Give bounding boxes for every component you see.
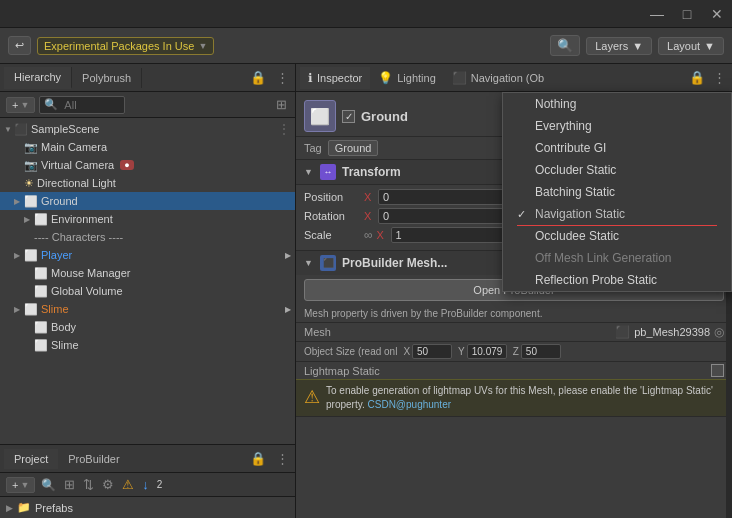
add-project-button[interactable]: + ▼	[6, 477, 35, 493]
size-x-input[interactable]	[412, 344, 452, 359]
list-item[interactable]: ▶ ⬜ Environment	[0, 210, 295, 228]
more-icon[interactable]: ⋮	[274, 68, 291, 87]
list-item[interactable]: ☀ Directional Light	[0, 174, 295, 192]
object-active-checkbox[interactable]: ✓	[342, 110, 355, 123]
slime-sub-label: Slime	[51, 339, 79, 351]
history-button[interactable]: ↩	[8, 36, 31, 55]
project-icon-4[interactable]: ⚠	[120, 475, 136, 494]
plus-icon: +	[12, 99, 18, 111]
tab-navigation[interactable]: ⬛ Navigation (Ob	[444, 67, 552, 89]
layers-button[interactable]: Layers ▼	[586, 37, 652, 55]
global-volume-icon: ⬜	[34, 285, 48, 298]
list-item[interactable]: ---- Characters ----	[0, 228, 295, 246]
dropdown-item-occluder-static[interactable]: Occluder Static	[503, 159, 731, 181]
list-item[interactable]: ▶ ⬜ Slime ▶	[0, 300, 295, 318]
dropdown-item-reflection-probe[interactable]: Reflection Probe Static	[503, 269, 731, 291]
lock-icon[interactable]: 🔒	[248, 68, 268, 87]
navigation-tab-label: Navigation (Ob	[471, 72, 544, 84]
mesh-value: ⬛ pb_Mesh29398 ◎	[615, 325, 724, 339]
player-icon: ⬜	[24, 249, 38, 262]
dropdown-item-nothing[interactable]: Nothing	[503, 93, 731, 115]
dropdown-item-off-mesh-link[interactable]: Off Mesh Link Generation	[503, 247, 731, 269]
dropdown-everything-label: Everything	[535, 119, 592, 133]
maximize-button[interactable]: □	[680, 7, 694, 21]
virtual-camera-icon: 📷	[24, 159, 38, 172]
scene-item[interactable]: ▼ ⬛ SampleScene ⋮	[0, 120, 295, 138]
dropdown-contribute-gi-label: Contribute GI	[535, 141, 606, 155]
list-item[interactable]: 📷 Main Camera	[0, 138, 295, 156]
list-item[interactable]: ▶ 📁 Prefabs	[0, 499, 295, 516]
dropdown-occludee-static-label: Occludee Static	[535, 229, 619, 243]
slime-icon: ⬜	[24, 303, 38, 316]
right-more-icon[interactable]: ⋮	[711, 68, 728, 87]
tab-lighting[interactable]: 💡 Lighting	[370, 67, 444, 89]
hierarchy-search-input[interactable]	[60, 98, 120, 112]
add-hierarchy-button[interactable]: + ▼	[6, 97, 35, 113]
position-x-label: X	[364, 191, 374, 203]
transform-expand-icon: ▼	[304, 167, 314, 177]
layout-button[interactable]: Layout ▼	[658, 37, 724, 55]
search-button[interactable]: 🔍	[550, 35, 580, 56]
dropdown-item-contribute-gi[interactable]: Contribute GI	[503, 137, 731, 159]
project-icon-5[interactable]: ↓	[140, 475, 151, 494]
list-item[interactable]: ▶ ⬜ Ground	[0, 192, 295, 210]
dropdown-item-occludee-static[interactable]: Occludee Static	[503, 225, 731, 247]
close-button[interactable]: ✕	[710, 7, 724, 21]
prefabs-folder-icon: 📁	[17, 501, 31, 514]
tab-polybrush[interactable]: Polybrush	[72, 68, 142, 88]
project-icon-3[interactable]: ⚙	[100, 475, 116, 494]
dropdown-nothing-label: Nothing	[535, 97, 576, 111]
mesh-target-icon[interactable]: ◎	[714, 325, 724, 339]
list-item[interactable]: ▶ ⬜ Player ▶	[0, 246, 295, 264]
experimental-packages-button[interactable]: Experimental Packages In Use ▼	[37, 37, 214, 55]
list-item[interactable]: ⬜ Slime	[0, 336, 295, 354]
dropdown-item-everything[interactable]: Everything	[503, 115, 731, 137]
main-camera-label: Main Camera	[41, 141, 107, 153]
tab-project[interactable]: Project	[4, 449, 58, 469]
scene-dots-icon[interactable]: ⋮	[277, 121, 291, 137]
prefabs-expand-icon: ▶	[6, 503, 13, 513]
inspector-tab-label: Inspector	[317, 72, 362, 84]
list-item[interactable]: 📷 Virtual Camera ●	[0, 156, 295, 174]
dropdown-batching-static-label: Batching Static	[535, 185, 615, 199]
tab-hierarchy[interactable]: Hierarchy	[4, 67, 72, 89]
main-content: Hierarchy Polybrush 🔒 ⋮ + ▼ 🔍 ⊞	[0, 64, 732, 518]
dropdown-off-mesh-link-label: Off Mesh Link Generation	[535, 251, 672, 265]
dropdown-item-batching-static[interactable]: Batching Static	[503, 181, 731, 203]
list-item[interactable]: ⬜ Mouse Manager	[0, 264, 295, 282]
size-x-letter: X	[403, 346, 410, 357]
tab-inspector[interactable]: ℹ Inspector	[300, 67, 370, 89]
slime-expand: ▶	[14, 305, 24, 314]
project-icon-2[interactable]: ⇅	[81, 475, 96, 494]
tab-probuilder-bottom[interactable]: ProBuilder	[58, 449, 129, 469]
layers-arrow-icon: ▼	[632, 40, 643, 52]
mesh-label: Mesh	[304, 326, 615, 338]
project-tree[interactable]: ▶ 📁 Prefabs	[0, 497, 295, 518]
size-z-input[interactable]	[521, 344, 561, 359]
title-bar-controls: — □ ✕	[650, 7, 724, 21]
lightmap-checkbox[interactable]	[711, 364, 724, 377]
size-y-input[interactable]	[467, 344, 507, 359]
tag-value-dropdown[interactable]: Ground	[328, 140, 379, 156]
add-project-arrow-icon: ▼	[20, 480, 29, 490]
project-icon-1[interactable]: ⊞	[62, 475, 77, 494]
warning-text: To enable generation of lightmap UVs for…	[326, 384, 724, 412]
bottom-lock-icon[interactable]: 🔒	[248, 449, 268, 468]
list-item[interactable]: ⬜ Body	[0, 318, 295, 336]
warning-link[interactable]: CSDN@pughunter	[368, 399, 452, 410]
slime-expand-right-icon: ▶	[285, 305, 291, 314]
warning-box: ⚠ To enable generation of lightmap UVs f…	[296, 379, 732, 416]
minimize-button[interactable]: —	[650, 7, 664, 21]
right-panel: ℹ Inspector 💡 Lighting ⬛ Navigation (Ob …	[296, 64, 732, 518]
navigation-tab-icon: ⬛	[452, 71, 467, 85]
bottom-more-icon[interactable]: ⋮	[274, 449, 291, 468]
project-search-icon[interactable]: 🔍	[39, 476, 58, 494]
hierarchy-tree[interactable]: ▼ ⬛ SampleScene ⋮ 📷 Main Camera 📷 Virtua…	[0, 118, 295, 444]
dropdown-item-navigation-static[interactable]: ✓ Navigation Static	[503, 203, 731, 225]
size-y-letter: Y	[458, 346, 465, 357]
right-lock-icon[interactable]: 🔒	[687, 68, 707, 87]
list-item[interactable]: ⬜ Global Volume	[0, 282, 295, 300]
lighting-tab-label: Lighting	[397, 72, 436, 84]
static-dropdown: Nothing Everything Contribute GI Occlude…	[502, 92, 732, 292]
hierarchy-filter-icon[interactable]: ⊞	[274, 95, 289, 114]
